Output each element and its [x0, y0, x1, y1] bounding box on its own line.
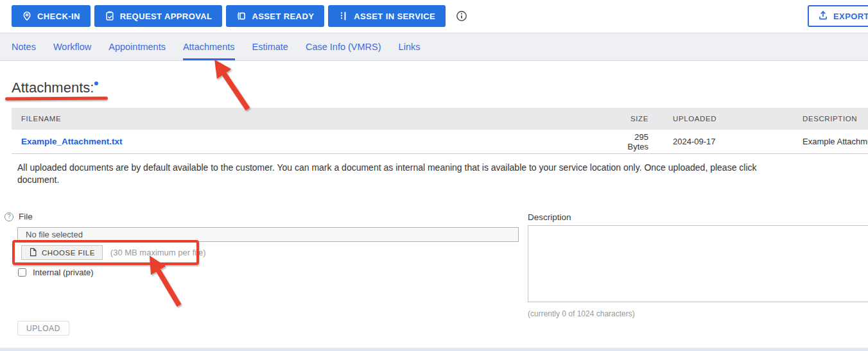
asset-ready-button-label: ASSET READY	[252, 12, 314, 21]
tab-appointments[interactable]: Appointments	[108, 33, 166, 60]
clipboard-check-icon	[105, 11, 115, 21]
asset-ready-button[interactable]: ASSET READY	[226, 5, 324, 27]
help-icon[interactable]: ?	[4, 212, 13, 221]
info-icon[interactable]	[456, 10, 467, 22]
column-header-description: DESCRIPTION	[732, 115, 868, 123]
top-toolbar: CHECK-IN REQUEST APPROVAL ASSET READY	[0, 0, 868, 33]
attachment-description: Example Attachment [ edit ]	[732, 137, 868, 146]
description-label: Description	[528, 212, 571, 222]
tab-notes[interactable]: Notes	[12, 33, 36, 60]
annotation-box	[12, 240, 199, 265]
attachment-size: 295Bytes	[597, 132, 648, 151]
check-in-button[interactable]: CHECK-IN	[12, 5, 91, 27]
export-button[interactable]: EXPORT	[808, 5, 868, 27]
bottom-divider	[0, 348, 868, 351]
asset-in-service-icon	[338, 11, 349, 21]
attachment-uploaded-date: 2024-09-17	[648, 137, 732, 146]
file-field-label: File	[19, 212, 33, 221]
table-row: Example_Attachment.txt 295Bytes 2024-09-…	[12, 130, 868, 154]
asset-ready-icon	[236, 11, 247, 21]
annotation-arrow-to-attachments-tab	[220, 68, 248, 109]
column-header-size: SIZE	[597, 115, 648, 123]
annotation-arrow-to-choose-file	[155, 264, 179, 305]
check-in-button-label: CHECK-IN	[37, 12, 80, 21]
tab-estimate[interactable]: Estimate	[252, 33, 288, 60]
request-approval-button-label: REQUEST APPROVAL	[120, 12, 213, 21]
attachment-filename-link[interactable]: Example_Attachment.txt	[21, 137, 123, 146]
asset-in-service-button-label: ASSET IN SERVICE	[354, 12, 435, 21]
page-title: Attachments:	[12, 80, 98, 96]
column-header-filename: FILENAME	[12, 115, 597, 123]
file-field-label-row: ? File	[4, 212, 33, 221]
description-textarea[interactable]	[528, 225, 868, 302]
request-approval-button[interactable]: REQUEST APPROVAL	[94, 5, 223, 27]
tab-workflow[interactable]: Workflow	[53, 33, 91, 60]
export-upload-icon	[818, 10, 828, 22]
tab-case-info-vmrs[interactable]: Case Info (VMRS)	[306, 33, 381, 60]
table-header-row: FILENAME SIZE UPLOADED DESCRIPTION	[12, 108, 868, 130]
column-header-uploaded: UPLOADED	[648, 115, 732, 123]
upload-info-text: All uploaded documents are by default av…	[17, 162, 868, 186]
tab-attachments[interactable]: Attachments	[183, 33, 235, 60]
attachments-table: FILENAME SIZE UPLOADED DESCRIPTION Examp…	[12, 108, 868, 154]
map-pin-icon	[22, 11, 32, 21]
character-counter: (currently 0 of 1024 characters)	[528, 309, 635, 318]
export-button-label: EXPORT	[833, 12, 868, 21]
upload-button[interactable]: UPLOAD	[17, 321, 69, 336]
asset-in-service-button[interactable]: ASSET IN SERVICE	[328, 5, 446, 27]
tab-bar: Notes Workflow Appointments Attachments …	[0, 33, 868, 61]
tab-links[interactable]: Links	[399, 33, 421, 60]
internal-private-label: Internal (private)	[33, 268, 94, 277]
annotation-underline	[5, 96, 108, 100]
internal-private-checkbox[interactable]	[18, 268, 26, 277]
required-dot	[94, 81, 98, 85]
